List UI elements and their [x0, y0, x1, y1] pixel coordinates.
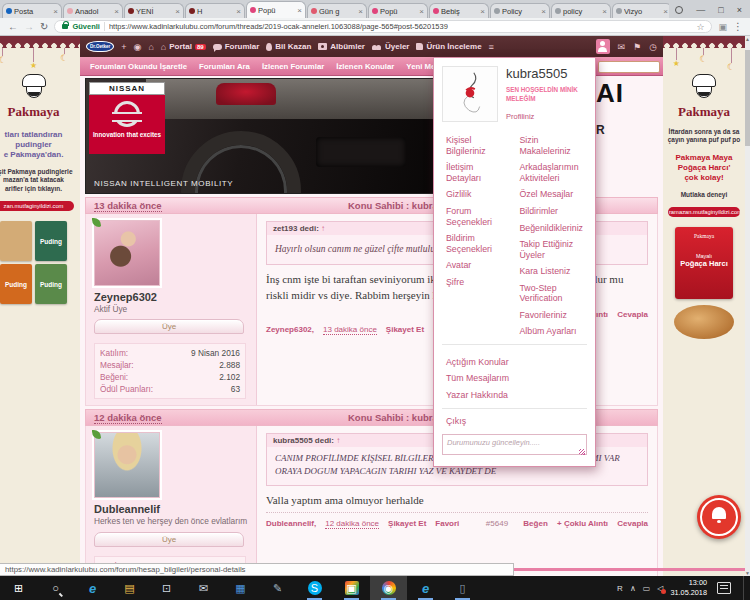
right-ad-link[interactable]: ramazan.mutfaginyildizi.com	[668, 207, 740, 217]
secondary-nav-link[interactable]: Forumları Ara	[199, 62, 250, 71]
report-link[interactable]: Şikayet Et	[386, 325, 424, 334]
tab-close-icon[interactable]: ×	[358, 7, 363, 16]
dropdown-menu-item[interactable]: İletişim Detayları	[442, 159, 510, 186]
username[interactable]: Zeynep6302	[94, 291, 248, 303]
tab-close-icon[interactable]: ×	[419, 7, 424, 16]
dropdown-menu-item[interactable]: Kişisel Bilgileriniz	[442, 132, 510, 159]
dropdown-menu-item[interactable]: Bildirim Seçenekleri	[442, 230, 510, 257]
nav-albums[interactable]: Albümler	[318, 42, 365, 51]
hamburger-menu-icon[interactable]: ≡	[489, 42, 494, 52]
tab-close-icon[interactable]: ×	[53, 7, 58, 16]
window-minimize-button[interactable]: —	[696, 5, 705, 15]
nav-portal[interactable]: ⌂ Portal 89	[161, 42, 206, 52]
dropdown-menu-item[interactable]: Forum Seçenekleri	[442, 203, 510, 230]
account-menu-icon[interactable]	[596, 39, 610, 54]
taskbar-app-button[interactable]: ▯	[444, 576, 481, 600]
tray-chevron-icon[interactable]: ∧	[630, 584, 636, 593]
location-icon[interactable]: ◉	[134, 42, 142, 52]
nav-product-review[interactable]: Ürün İnceleme	[416, 42, 481, 51]
secondary-nav-link[interactable]: İzlenen Forumlar	[262, 62, 324, 71]
username[interactable]: Dubleannelif	[94, 503, 248, 515]
taskbar-app-button[interactable]: e	[74, 576, 111, 600]
taskbar-app-button[interactable]: ○	[37, 576, 74, 600]
nissan-banner-ad[interactable]: NISSAN Innovation that excites NISSAN IN…	[85, 78, 440, 194]
tab-close-icon[interactable]: ×	[236, 7, 241, 16]
status-update-input[interactable]	[442, 434, 587, 455]
nav-forums[interactable]: Forumlar	[213, 42, 260, 51]
add-icon[interactable]: +	[121, 42, 126, 52]
dropdown-menu-item[interactable]: Beğenildikleriniz	[515, 220, 587, 237]
footer-time-link[interactable]: 12 dakika önce	[325, 519, 379, 529]
tab-close-icon[interactable]: ×	[114, 7, 119, 16]
dropdown-menu-item[interactable]: Sizin Makaleleriniz	[515, 132, 587, 159]
volume-icon[interactable]: ◁	[657, 584, 663, 593]
bookmark-star-icon[interactable]: ☆	[696, 22, 704, 32]
taskbar-app-button[interactable]: ✉	[185, 576, 222, 600]
secondary-nav-link[interactable]: Forumları Okundu İşaretle	[90, 62, 187, 71]
logout-menu-item[interactable]: Çıkış	[442, 413, 587, 429]
avatar[interactable]	[94, 220, 160, 286]
browser-tab[interactable]: Vizyo ×	[612, 3, 669, 18]
alerts-flag-icon[interactable]: ⚑	[633, 42, 641, 52]
left-ad-link[interactable]: zan.mutfaginyildizi.com	[0, 201, 74, 211]
tab-close-icon[interactable]: ×	[175, 7, 180, 16]
footer-author-link[interactable]: Dubleannelif,	[266, 519, 316, 528]
back-button[interactable]: ←	[8, 21, 18, 32]
droetker-logo[interactable]: Dr.Oetker	[86, 41, 114, 52]
post-time-link[interactable]: 12 dakika önce	[94, 412, 162, 424]
browser-tab[interactable]: YENİ ×	[124, 3, 184, 18]
window-maximize-button[interactable]: □	[718, 5, 723, 15]
notification-bell-button[interactable]	[697, 495, 741, 539]
footer-time-link[interactable]: 13 dakika önce	[323, 325, 377, 335]
scrollbar-thumb[interactable]	[745, 50, 750, 146]
tab-close-icon[interactable]: ×	[480, 7, 485, 16]
dropdown-username[interactable]: kubra5505	[506, 66, 588, 81]
tab-close-icon[interactable]: ×	[663, 7, 668, 16]
refresh-button[interactable]: ↻	[40, 21, 48, 32]
dropdown-menu-item[interactable]: Şifre	[442, 274, 510, 291]
browser-tab[interactable]: Popü ×	[368, 3, 428, 18]
nav-bil-kazan[interactable]: Bil Kazan	[266, 42, 311, 51]
quote-jump-icon[interactable]: ↑	[336, 436, 340, 445]
dropdown-menu-item[interactable]: Bildirimler	[515, 203, 587, 220]
browser-tab[interactable]: Bebiş ×	[429, 3, 489, 18]
reply-button[interactable]: Cevapla	[617, 519, 648, 528]
dropdown-menu-item[interactable]: Two-Step Verification	[515, 280, 587, 307]
taskbar-app-button[interactable]: ⊡	[148, 576, 185, 600]
show-desktop-button[interactable]	[743, 576, 746, 600]
taskbar-clock[interactable]: 13:00 31.05.2018	[670, 578, 707, 598]
dropdown-menu-item[interactable]: Favorileriniz	[515, 307, 587, 324]
browser-tab[interactable]: Popü ×	[246, 1, 306, 18]
dropdown-menu-item[interactable]: Kara Listeniz	[515, 263, 587, 280]
post-number[interactable]: #5649	[486, 519, 508, 528]
dropdown-menu-item[interactable]: Avatar	[442, 257, 510, 274]
dropdown-menu-item[interactable]: Tüm Mesajlarım	[442, 370, 587, 387]
secondary-nav-link[interactable]: İzlenen Konular	[336, 62, 394, 71]
report-link[interactable]: Şikayet Et	[388, 519, 426, 528]
taskbar-app-button[interactable]: ◉	[370, 576, 407, 600]
browser-tab[interactable]: Policy ×	[490, 3, 550, 18]
browser-tab[interactable]: policy ×	[551, 3, 611, 18]
reply-button[interactable]: Cevapla	[617, 310, 648, 319]
tab-close-icon[interactable]: ×	[602, 7, 607, 16]
dropdown-menu-item[interactable]: Yazar Hakkında	[442, 387, 587, 404]
nav-members[interactable]: Üyeler	[372, 42, 409, 51]
right-skyscraper-ad[interactable]: ★ ☾ ☾ Pakmaya İftardan sonra ya da sa ça…	[663, 36, 745, 576]
browser-profile-icon[interactable]	[675, 6, 683, 14]
dropdown-menu-item[interactable]: Özel Mesajlar	[515, 186, 587, 203]
network-icon[interactable]: ▭	[643, 584, 651, 593]
multiquote-button[interactable]: + Çoklu Alıntı	[557, 519, 608, 528]
search-input[interactable]	[598, 61, 660, 73]
quote-jump-icon[interactable]: ↑	[321, 224, 325, 233]
browser-tab[interactable]: Posta ×	[2, 3, 62, 18]
scroll-up-arrow[interactable]: ▲	[745, 36, 750, 42]
taskbar-app-button[interactable]: S	[296, 576, 333, 600]
taskbar-app-button[interactable]: ▦	[222, 576, 259, 600]
dropdown-menu-item[interactable]: Takip Ettiğiniz Üyeler	[515, 236, 587, 263]
url-box[interactable]: Güvenli https://www.kadinlarkulubu.com/f…	[54, 20, 712, 33]
dropdown-menu-item[interactable]: Gizlilik	[442, 186, 510, 203]
browser-tab[interactable]: Anadol ×	[63, 3, 123, 18]
history-clock-icon[interactable]: ◷	[649, 42, 657, 52]
forward-button[interactable]: →	[24, 21, 34, 32]
avatar[interactable]	[94, 432, 160, 498]
